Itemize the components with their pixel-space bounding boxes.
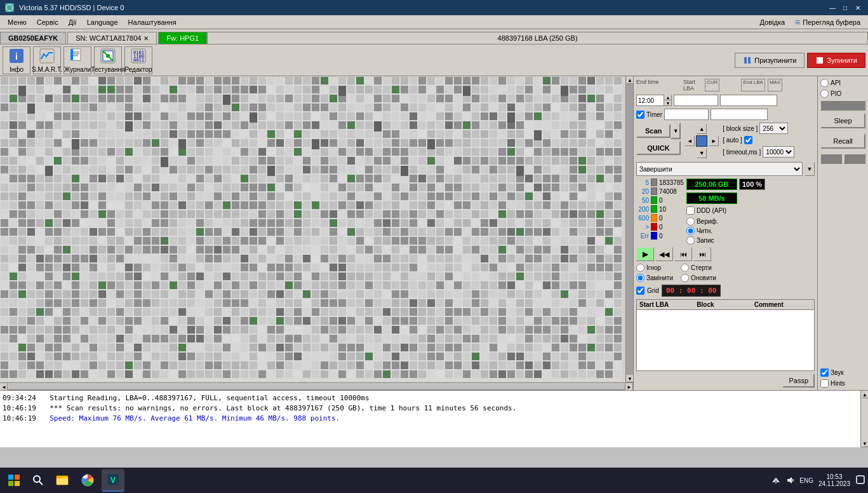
pause-button[interactable]: Призупинити: [735, 53, 805, 68]
api-radio[interactable]: [820, 79, 829, 87]
log-scroll-thumb[interactable]: [861, 398, 868, 440]
scan-inner: ▲ ▼: [0, 76, 633, 382]
read-radio[interactable]: [686, 227, 695, 235]
ddd-checkbox[interactable]: [686, 206, 695, 215]
device-tab[interactable]: GB0250EAFYK: [0, 32, 66, 44]
blocksize-select[interactable]: 2565121024: [759, 123, 788, 134]
finish-dropdown-button[interactable]: ▼: [805, 162, 815, 176]
erase-radio[interactable]: [681, 264, 689, 272]
quick-button[interactable]: QUICK: [636, 141, 681, 155]
auto-checkbox[interactable]: [744, 136, 752, 144]
skip-fwd-button[interactable]: ⏭: [693, 247, 711, 261]
log-content: 09:34:24 Starting Reading, LBA=0..488397…: [0, 391, 860, 447]
stop-button[interactable]: Зупинити: [807, 53, 865, 68]
sound-checkbox[interactable]: [820, 368, 829, 377]
scroll-right-button[interactable]: ►: [625, 383, 633, 390]
vertical-scrollbar[interactable]: ▲ ▼: [625, 76, 633, 382]
right-panel: End time Start LBA CUR End LBA MAX ▲ ▼ 0…: [633, 76, 817, 390]
stat-row-err: Err 0: [636, 232, 684, 240]
replace-radio[interactable]: [636, 274, 644, 282]
scroll-left-button[interactable]: ◄: [0, 383, 8, 390]
sn-tab[interactable]: SN: WCAT1A817804 ✕: [67, 32, 157, 44]
info-button[interactable]: i Інфо: [3, 46, 30, 74]
svg-point-33: [775, 482, 777, 483]
scan-nav-row: Scan ▼ QUICK ▲ ▼ ◄ ► [ block size ]: [636, 123, 815, 159]
nav-down-button[interactable]: ▼: [697, 148, 707, 158]
menu-item-buffer[interactable]: ≡ Перегляд буфера: [790, 16, 865, 29]
start-lba-input[interactable]: 0: [674, 95, 718, 106]
scroll-thumb[interactable]: [626, 84, 633, 375]
menu-item-language[interactable]: Language: [82, 17, 123, 27]
grid-checkbox[interactable]: [636, 287, 644, 295]
scroll-down-button[interactable]: ▼: [626, 375, 633, 382]
time-down-button[interactable]: ▼: [664, 100, 672, 106]
passp-button[interactable]: Passp: [782, 374, 815, 388]
test-button[interactable]: Тестування: [94, 46, 122, 74]
finish-select[interactable]: Завершити Вимкнути: [636, 162, 803, 176]
log-scroll-down[interactable]: ▼: [861, 440, 868, 447]
scan-button[interactable]: Scan: [636, 124, 671, 138]
timeout-select[interactable]: 10000500030000: [763, 146, 794, 158]
nav-left-button[interactable]: ◄: [684, 136, 695, 146]
recall-button[interactable]: Recall: [820, 133, 865, 149]
update-radio[interactable]: [681, 274, 689, 282]
minimize-button[interactable]: —: [827, 3, 838, 13]
taskbar-app-chrome[interactable]: [76, 469, 99, 492]
scan-dropdown-button[interactable]: ▼: [671, 123, 681, 139]
svg-point-0: [6, 4, 13, 11]
write-radio[interactable]: [686, 236, 695, 245]
search-button[interactable]: [28, 470, 48, 490]
nav-right-button[interactable]: ►: [709, 136, 719, 146]
verif-radio[interactable]: [686, 217, 695, 226]
stat-600-bar: [651, 214, 657, 222]
menu-item-menu[interactable]: Меню: [3, 17, 32, 27]
notification-button[interactable]: [855, 475, 865, 486]
scroll-up-button[interactable]: ▲: [626, 76, 633, 84]
skip-back-button[interactable]: ⏮: [674, 247, 692, 261]
hints-checkbox[interactable]: [820, 379, 829, 388]
sound-row: Звук: [820, 368, 865, 377]
sn-tab-close[interactable]: ✕: [144, 35, 149, 42]
timer-start-input[interactable]: 0: [664, 109, 709, 120]
svg-rect-8: [70, 49, 73, 60]
stat-20-value: 74008: [659, 188, 677, 195]
pio-radio[interactable]: [820, 90, 829, 98]
svg-rect-28: [57, 476, 62, 478]
scan-wrap: ▲ ▼ ◄ ►: [0, 76, 633, 390]
start-button[interactable]: [3, 470, 25, 490]
svg-rect-20: [8, 475, 13, 480]
menu-item-actions[interactable]: Дії: [63, 17, 82, 27]
rewind-button[interactable]: ◀◀: [655, 247, 673, 261]
maximize-button[interactable]: □: [840, 3, 850, 13]
ignore-radio[interactable]: [636, 264, 644, 272]
time-input[interactable]: [636, 95, 664, 106]
sleep-button[interactable]: Sleep: [820, 113, 865, 128]
editor-button[interactable]: 0101 1100 0011 Редактор: [124, 46, 152, 74]
taskbar-app-victoria[interactable]: V: [102, 469, 124, 492]
stat-5-bar: [651, 179, 657, 186]
erase-radio-row: Стерти: [681, 264, 716, 272]
time-control: ▲ ▼: [636, 95, 672, 106]
play-button[interactable]: ▶: [636, 247, 654, 261]
nav-up-button[interactable]: ▲: [697, 124, 707, 134]
horizontal-scrollbar[interactable]: ◄ ►: [0, 382, 633, 390]
timer-checkbox[interactable]: [636, 111, 644, 119]
log-scroll-up[interactable]: ▲: [861, 391, 868, 398]
timer-end-input[interactable]: 488397167: [711, 109, 768, 120]
sound-label: Звук: [831, 369, 844, 376]
log-scrollbar[interactable]: ▲ ▼: [860, 391, 868, 447]
menu-item-settings[interactable]: Налаштування: [123, 17, 182, 27]
close-button[interactable]: ✕: [853, 3, 863, 13]
menu-item-service[interactable]: Сервіс: [32, 17, 63, 27]
end-lba-input[interactable]: 488397167: [720, 95, 777, 106]
menu-item-help[interactable]: Довідка: [755, 17, 791, 27]
capacity-row: 250,06 GB 100 %: [686, 179, 815, 190]
smart-button[interactable]: S.M.A.R.T.: [33, 46, 61, 74]
journal-button[interactable]: Журнали: [63, 46, 91, 74]
svg-rect-18: [748, 57, 751, 64]
svg-rect-23: [15, 481, 20, 486]
time-up-button[interactable]: ▲: [664, 95, 672, 100]
taskbar-app-explorer[interactable]: [51, 469, 74, 492]
nav-cross: ▲ ▼ ◄ ►: [683, 123, 720, 159]
scroll-h-thumb[interactable]: [8, 383, 625, 390]
